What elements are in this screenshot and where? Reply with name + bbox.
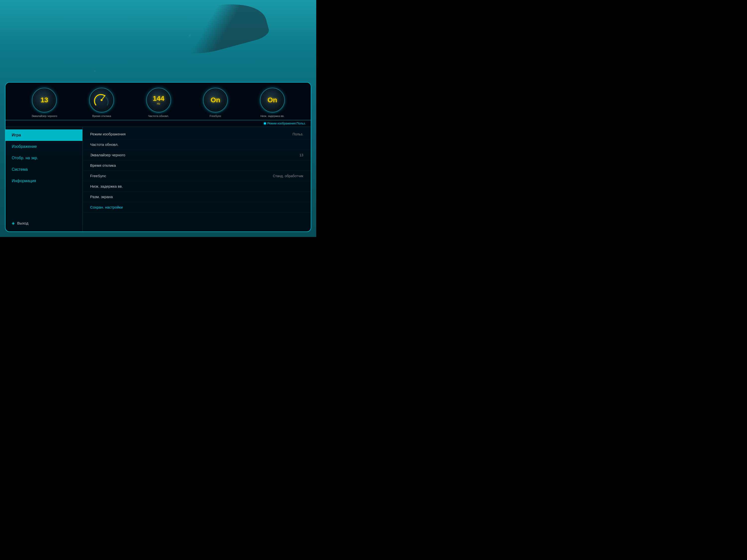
menu-item-refresh-rate[interactable]: Частота обновл. [83,139,311,150]
gauge-black-equalizer: 13 Эквалайзер черного [31,88,57,117]
sidebar-item-display-label: Отобр. на экр. [12,156,38,160]
gauge-circle-black-equalizer: 13 [32,88,57,112]
menu-item-low-latency-label: Низк. задержка вв. [90,184,123,188]
gauge-refresh-rate: 144 Hz Частота обновл. [146,88,171,117]
menu-item-picture-mode-value: Польз. [292,132,303,136]
sidebar: Игра Изображение Отобр. на экр. Система … [5,127,83,232]
gauge-label-refresh-rate: Частота обновл. [148,114,169,117]
gauge-circle-low-latency: On [260,88,285,112]
gauge-low-latency: On Низк. задержка вв. [260,88,285,117]
gauge-response-time: Время отклика [89,88,114,117]
menu-item-freesync-label: FreeSync [90,174,106,178]
menu-item-black-equalizer[interactable]: Эквалайзер черного 13 [83,150,311,160]
menu-item-freesync-value: Станд. обработчик [273,174,303,178]
menu-item-picture-mode-label: Режим изображения [90,132,126,136]
sidebar-item-display[interactable]: Отобр. на экр. [5,152,82,164]
status-dot-icon [264,123,266,125]
sidebar-item-image-label: Изображение [12,144,37,149]
menu-item-freesync[interactable]: FreeSync Станд. обработчик [83,171,311,181]
exit-icon: ◈ [12,221,15,225]
dial-svg [93,91,110,109]
gauge-label-response-time: Время отклика [92,114,111,117]
svg-point-1 [101,99,103,101]
gauge-value-black-equalizer: 13 [40,97,48,104]
gauge-row: 13 Эквалайзер черного Время отклика [5,83,311,120]
osd-panel: 13 Эквалайзер черного Время отклика [5,82,311,232]
main-content: Игра Изображение Отобр. на экр. Система … [5,127,311,232]
gauge-label-black-equalizer: Эквалайзер черного [31,114,57,117]
gauge-value-refresh-rate: 144 [153,95,164,102]
menu-item-response-time[interactable]: Время отклика [83,160,311,171]
menu-item-black-equalizer-value: 13 [299,153,303,157]
gauge-label-freesync: FreeSync [210,114,221,117]
menu-item-save-settings[interactable]: Сохран. настройки [83,202,311,213]
menu-item-picture-mode[interactable]: Режим изображения Польз. [83,129,311,139]
menu-item-response-time-label: Время отклика [90,163,116,167]
sidebar-footer: ◈ Выход [5,217,82,229]
sidebar-item-info[interactable]: Информация [5,175,82,187]
status-bar: Режим изображения:Польз. [5,120,311,127]
gauge-circle-freesync: On [203,88,228,112]
status-text-label: Режим изображения: [267,122,297,125]
menu-content: Режим изображения Польз. Частота обновл.… [83,127,311,232]
gauge-value-low-latency: On [267,97,277,104]
gauge-unit-refresh-rate: Hz [157,102,160,105]
menu-item-save-settings-label: Сохран. настройки [90,205,123,209]
sidebar-item-game[interactable]: Игра [5,129,82,141]
gauge-label-low-latency: Низк. задержка вв. [260,114,284,117]
sidebar-nav: Игра Изображение Отобр. на экр. Система … [5,129,82,217]
gauge-circle-refresh-rate: 144 Hz [146,88,171,112]
menu-item-screen-size[interactable]: Разм. экрана [83,192,311,202]
sidebar-item-image[interactable]: Изображение [5,141,82,152]
sidebar-item-info-label: Информация [12,179,36,183]
menu-item-black-equalizer-label: Эквалайзер черного [90,153,125,157]
menu-item-screen-size-label: Разм. экрана [90,195,113,199]
gauge-value-freesync: On [211,97,221,104]
status-text: Режим изображения:Польз. [267,122,306,125]
menu-item-low-latency[interactable]: Низк. задержка вв. [83,181,311,192]
status-text-value: Польз. [297,122,306,125]
menu-item-refresh-rate-label: Частота обновл. [90,142,119,146]
gauge-circle-response-time [89,88,114,112]
sidebar-item-system-label: Система [12,167,28,171]
sidebar-item-system[interactable]: Система [5,164,82,175]
gauge-freesync: On FreeSync [203,88,228,117]
sidebar-item-game-label: Игра [12,133,21,137]
exit-label[interactable]: Выход [17,221,28,225]
